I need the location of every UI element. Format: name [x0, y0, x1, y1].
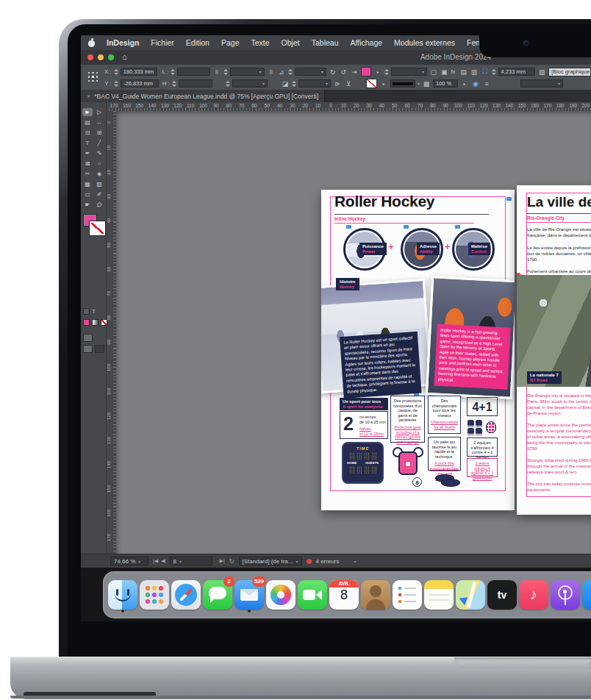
preflight-errors[interactable]: 4 erreurs: [316, 558, 340, 565]
opacity-field[interactable]: 100 %: [433, 79, 458, 88]
dock-launchpad[interactable]: [140, 578, 169, 612]
dock-photos[interactable]: [266, 578, 296, 612]
vertical-ruler[interactable]: 0102030405060708090100110120130140150160…: [106, 111, 117, 554]
align-right-icon[interactable]: ▥: [470, 68, 479, 76]
hand-tool[interactable]: ☛: [82, 201, 93, 209]
menu-fichier[interactable]: Fichier: [145, 38, 180, 47]
selection-tool[interactable]: ►: [82, 108, 93, 116]
rotate-ccw-icon[interactable]: ↺: [339, 68, 348, 76]
dock-appstore[interactable]: A: [582, 578, 591, 612]
dock-notes[interactable]: [424, 578, 454, 612]
dock-mail[interactable]: 539: [234, 578, 264, 612]
flip-horizontal-icon[interactable]: ⇥: [350, 68, 359, 76]
menu-page[interactable]: Page: [215, 38, 246, 47]
type-tool[interactable]: T: [82, 139, 93, 147]
stroke-weight-caret[interactable]: ▾: [418, 81, 420, 86]
flip-vertical-icon[interactable]: ⊳: [333, 80, 342, 88]
apply-gradient-button[interactable]: [92, 319, 98, 326]
normal-mode-button[interactable]: [83, 345, 93, 353]
pen-tool[interactable]: ✒: [82, 149, 93, 157]
presentation-mode-button[interactable]: [95, 345, 104, 353]
h-field[interactable]: [179, 79, 212, 88]
corner-radius-field[interactable]: 4,233 mm: [498, 68, 536, 76]
stroke-color-swatch[interactable]: [90, 221, 105, 235]
pencil-tool[interactable]: ✎: [94, 149, 104, 157]
line-tool[interactable]: ╱: [94, 139, 104, 147]
menu-texte[interactable]: Texte: [246, 38, 276, 47]
apple-menu-icon[interactable]: [88, 39, 95, 47]
dock-reminders[interactable]: [393, 578, 422, 612]
content-collector-tool[interactable]: ⊟: [82, 129, 93, 137]
y-field[interactable]: -26,833 mm: [121, 79, 159, 88]
page-roller-hockey[interactable]: Roller Hockey Inline Hockey PuissancePow…: [321, 190, 515, 510]
stroke-swatch[interactable]: [366, 79, 377, 88]
direct-selection-tool[interactable]: ▷: [94, 108, 104, 116]
menu-indesign[interactable]: InDesign: [101, 38, 145, 47]
scale-x-stepper[interactable]: [223, 68, 228, 76]
free-transform-tool[interactable]: ◈: [94, 170, 104, 178]
drop-shadow-icon[interactable]: ▧: [537, 68, 546, 76]
opacity-arrow[interactable]: ▸: [460, 81, 469, 86]
minimize-window-button[interactable]: [98, 54, 104, 60]
pasteboard[interactable]: Roller Hockey Inline Hockey PuissancePow…: [116, 111, 591, 554]
menu-edition[interactable]: Edition: [180, 38, 215, 47]
content-placer-tool[interactable]: ⊞: [94, 129, 104, 137]
link-scale-icon[interactable]: ∞: [267, 68, 274, 76]
close-window-button[interactable]: [87, 54, 93, 60]
dock-finder[interactable]: [108, 578, 137, 612]
document-tab[interactable]: × *BAC V4_Guide Women European League.in…: [81, 90, 325, 102]
corner-radius-stepper[interactable]: [492, 68, 496, 76]
view-rotate-icon[interactable]: ↻: [229, 558, 234, 565]
shear-dropdown[interactable]: ▾: [298, 79, 331, 88]
close-tab-icon[interactable]: ×: [87, 93, 90, 100]
x-field[interactable]: 180,333 mm: [121, 68, 158, 76]
format-container-icon[interactable]: [83, 308, 90, 315]
page-number-dropdown[interactable]: 8▾: [170, 557, 212, 565]
dock-music[interactable]: ♪: [519, 578, 548, 612]
frame-tool[interactable]: ⊠: [82, 160, 93, 168]
shear-stepper[interactable]: [292, 80, 296, 88]
menu-tableau[interactable]: Tableau: [306, 38, 345, 47]
fill-stroke-proxy[interactable]: [83, 214, 104, 236]
menu-modules-externes[interactable]: Modules externes: [388, 38, 461, 47]
menu-affichage[interactable]: Affichage: [345, 38, 389, 47]
format-text-icon[interactable]: T: [92, 308, 96, 315]
preview-mode-button[interactable]: [83, 334, 93, 342]
menu-objet[interactable]: Objet: [276, 38, 306, 47]
scale-y-stepper[interactable]: [226, 80, 230, 88]
fullscreen-window-button[interactable]: [108, 54, 114, 60]
eyedropper-tool[interactable]: ✐: [94, 190, 104, 199]
page-ris-orangis[interactable]: La ville de Ris-Orangis Ris-Orangis City…: [517, 185, 591, 515]
dock-calendar[interactable]: AVR.8: [329, 578, 359, 612]
align-center-icon[interactable]: ≡: [482, 80, 491, 88]
flip-both-icon[interactable]: ⊻: [344, 80, 353, 88]
apply-color-button[interactable]: [83, 319, 90, 326]
rotation-stepper[interactable]: [288, 68, 293, 76]
errors-caret[interactable]: ▾: [354, 559, 357, 564]
note-tool[interactable]: ▭: [82, 190, 93, 199]
fx-label[interactable]: fx.: [451, 68, 456, 75]
dock-maps[interactable]: [456, 578, 485, 612]
rotation-dropdown[interactable]: ▾: [295, 68, 326, 76]
blend-stepper[interactable]: [384, 68, 389, 76]
first-page-button[interactable]: |◀: [153, 558, 158, 564]
apply-none-button[interactable]: [101, 319, 107, 326]
y-stepper[interactable]: [114, 80, 118, 88]
gap-tool[interactable]: ↔: [94, 118, 104, 126]
x-stepper[interactable]: [114, 68, 118, 76]
object-style-field[interactable]: [Bloc graphique: [548, 68, 591, 76]
paragraph-style-dropdown[interactable]: ▾: [520, 79, 563, 88]
fill-arrow[interactable]: ▸: [373, 69, 382, 74]
dock-tv[interactable]: tv: [487, 578, 517, 612]
frame-fitting-icon[interactable]: ▣: [440, 68, 448, 76]
wrap-icon[interactable]: ◉: [471, 80, 480, 88]
scale-x-dropdown[interactable]: ▾: [230, 68, 265, 76]
prev-page-button[interactable]: ◀: [161, 558, 165, 564]
rotate-cw-icon[interactable]: ↻: [329, 68, 337, 76]
shape-tool[interactable]: ○: [94, 160, 104, 168]
zoom-level-dropdown[interactable]: 74,66 %▾: [110, 557, 148, 565]
gradient-feather-tool[interactable]: ▨: [94, 180, 104, 188]
align-left-icon[interactable]: ▤: [459, 68, 468, 76]
scale-y-dropdown[interactable]: ▾: [232, 79, 268, 88]
blend-dropdown[interactable]: ▾: [391, 68, 427, 76]
